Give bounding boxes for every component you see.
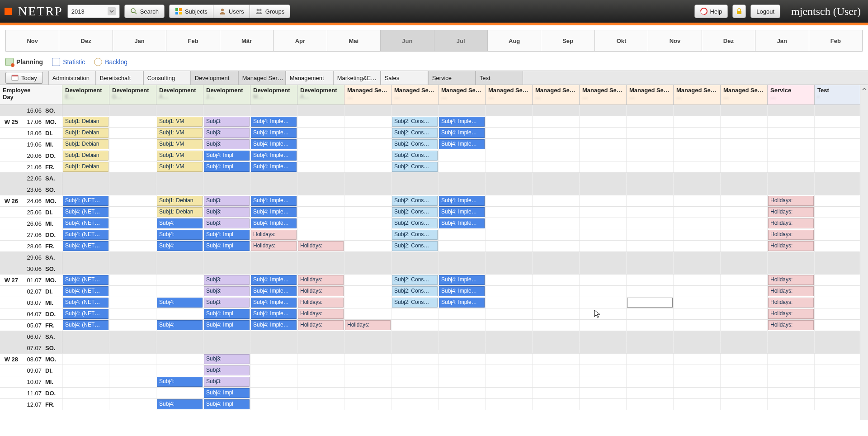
grid-cell[interactable] bbox=[250, 331, 297, 342]
month-mär[interactable]: Mär bbox=[220, 30, 274, 51]
grid-cell[interactable] bbox=[768, 342, 815, 353]
grid-cell[interactable]: Subj4: Imple… bbox=[250, 139, 297, 150]
grid-cell[interactable] bbox=[109, 399, 156, 410]
grid-cell[interactable] bbox=[392, 376, 439, 387]
grid-cell[interactable] bbox=[344, 105, 392, 116]
grid-cell[interactable] bbox=[109, 128, 156, 138]
grid-cell[interactable]: Subj4: (NET… bbox=[62, 229, 109, 240]
dept-consulting[interactable]: Consulting bbox=[143, 71, 191, 85]
grid-cell[interactable]: Subj3: bbox=[203, 297, 250, 308]
grid-cell[interactable] bbox=[392, 399, 439, 410]
grid-cell[interactable] bbox=[580, 308, 627, 319]
grid-cell[interactable] bbox=[533, 308, 580, 319]
task-block[interactable]: Subj4: Imple… bbox=[251, 128, 297, 138]
grid-cell[interactable] bbox=[156, 184, 203, 195]
grid-cell[interactable] bbox=[344, 342, 392, 353]
grid-cell[interactable] bbox=[486, 150, 533, 161]
grid-cell[interactable] bbox=[815, 275, 862, 285]
grid-cell[interactable] bbox=[533, 150, 580, 161]
grid-cell[interactable] bbox=[580, 150, 627, 161]
grid-cell[interactable] bbox=[486, 229, 533, 240]
grid-cell[interactable]: Subj1: VM bbox=[156, 128, 203, 138]
grid-cell[interactable] bbox=[627, 105, 674, 116]
task-block[interactable]: Subj2: Cons… bbox=[392, 218, 438, 228]
grid-cell[interactable]: Subj4: Imple… bbox=[439, 286, 486, 297]
grid-cell[interactable] bbox=[156, 286, 203, 297]
task-block[interactable]: Holidays: bbox=[298, 241, 344, 251]
grid-cell[interactable] bbox=[533, 263, 580, 274]
grid-cell[interactable]: Subj1: Debian bbox=[62, 150, 109, 161]
grid-cell[interactable]: Subj4: Imple… bbox=[250, 128, 297, 138]
task-block[interactable]: Subj3: bbox=[204, 354, 250, 364]
grid-cell[interactable] bbox=[721, 342, 768, 353]
grid-cell[interactable]: Subj3: bbox=[203, 275, 250, 285]
grid-cell[interactable]: Subj4: Imple… bbox=[250, 308, 297, 319]
grid-cell[interactable] bbox=[674, 297, 721, 308]
grid-cell[interactable] bbox=[721, 331, 768, 342]
grid-cell[interactable]: Holidays: bbox=[250, 229, 297, 240]
task-block[interactable]: Subj4: Imple… bbox=[439, 218, 485, 228]
grid-cell[interactable] bbox=[580, 376, 627, 387]
grid-cell[interactable] bbox=[627, 342, 674, 353]
grid-cell[interactable] bbox=[297, 207, 344, 218]
grid-cell[interactable] bbox=[627, 241, 674, 251]
task-block[interactable]: Subj4: (NET… bbox=[63, 320, 108, 330]
column-header[interactable]: Managed Se…… bbox=[533, 85, 580, 104]
grid-cell[interactable] bbox=[815, 286, 862, 297]
grid-cell[interactable] bbox=[250, 184, 297, 195]
grid-cell[interactable] bbox=[250, 252, 297, 263]
task-block[interactable]: Subj1: VM bbox=[157, 128, 203, 138]
grid-cell[interactable] bbox=[580, 241, 627, 251]
grid-cell[interactable] bbox=[344, 286, 392, 297]
grid-cell[interactable] bbox=[815, 128, 862, 138]
grid-cell[interactable] bbox=[815, 331, 862, 342]
grid-cell[interactable] bbox=[533, 241, 580, 251]
grid-cell[interactable] bbox=[580, 207, 627, 218]
grid-cell[interactable]: Holidays: bbox=[768, 286, 815, 297]
tab-backlog[interactable]: Backlog bbox=[94, 58, 127, 66]
month-jan[interactable]: Jan bbox=[113, 30, 166, 51]
grid-cell[interactable] bbox=[203, 105, 250, 116]
grid-cell[interactable] bbox=[297, 263, 344, 274]
grid-cell[interactable] bbox=[486, 218, 533, 229]
task-block[interactable]: Subj4: (NET… bbox=[63, 286, 108, 296]
grid-cell[interactable] bbox=[627, 184, 674, 195]
grid-cell[interactable] bbox=[203, 252, 250, 263]
grid-cell[interactable] bbox=[674, 308, 721, 319]
task-block[interactable]: Subj4: (NET… bbox=[63, 298, 108, 308]
grid-cell[interactable] bbox=[815, 207, 862, 218]
dept-administration[interactable]: Administration bbox=[48, 71, 96, 85]
grid-cell[interactable] bbox=[250, 173, 297, 184]
grid-cell[interactable]: Subj4: (NET… bbox=[62, 308, 109, 319]
grid-cell[interactable]: Holidays: bbox=[768, 320, 815, 331]
grid-cell[interactable] bbox=[109, 139, 156, 150]
grid-cell[interactable]: Subj4: (NET… bbox=[62, 241, 109, 251]
month-jan[interactable]: Jan bbox=[755, 30, 809, 51]
task-block[interactable]: Subj4: Imple… bbox=[439, 196, 485, 206]
grid-cell[interactable] bbox=[533, 207, 580, 218]
grid-cell[interactable] bbox=[815, 105, 862, 116]
task-block[interactable]: Holidays: bbox=[768, 275, 814, 285]
grid-cell[interactable]: Subj4: Imple… bbox=[250, 150, 297, 161]
task-block[interactable]: Subj1: VM bbox=[157, 151, 203, 161]
grid-cell[interactable] bbox=[721, 263, 768, 274]
dept-test[interactable]: Test bbox=[476, 71, 523, 85]
grid-cell[interactable] bbox=[721, 252, 768, 263]
grid-cell[interactable]: Subj3: bbox=[203, 286, 250, 297]
grid-cell[interactable]: Subj2: Cons… bbox=[392, 275, 439, 285]
grid-cell[interactable] bbox=[674, 388, 721, 398]
grid-cell[interactable] bbox=[721, 376, 768, 387]
grid-cell[interactable] bbox=[109, 184, 156, 195]
grid-cell[interactable] bbox=[674, 365, 721, 376]
task-block[interactable]: Holidays: bbox=[251, 230, 297, 240]
grid-cell[interactable]: Subj2: Cons… bbox=[392, 116, 439, 127]
grid-cell[interactable] bbox=[156, 388, 203, 398]
task-block[interactable]: Subj3: bbox=[204, 139, 250, 149]
grid-cell[interactable] bbox=[580, 331, 627, 342]
grid-cell[interactable] bbox=[297, 218, 344, 229]
grid-cell[interactable] bbox=[533, 275, 580, 285]
grid-cell[interactable]: Subj4: Imple… bbox=[250, 297, 297, 308]
grid-cell[interactable]: Holidays: bbox=[768, 241, 815, 251]
grid-cell[interactable]: Subj4: Impl bbox=[203, 241, 250, 251]
grid-cell[interactable] bbox=[109, 388, 156, 398]
